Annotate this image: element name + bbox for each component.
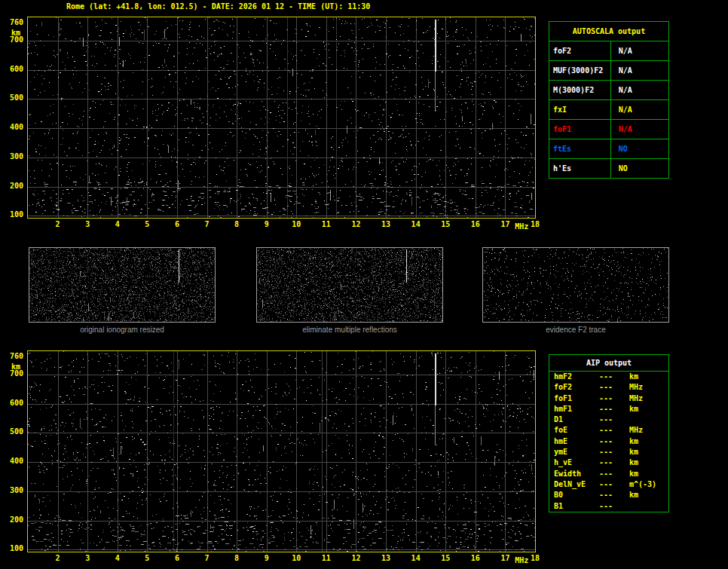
autoscala-table-row: foF2 N/A	[549, 41, 669, 61]
x-tick-label: 11	[322, 554, 331, 562]
aip-param-unit: km	[629, 404, 668, 415]
thumbnail-original-ionogram	[29, 247, 216, 323]
x-tick-label: 13	[381, 554, 390, 562]
aip-param-name: hmF2	[554, 372, 599, 382]
aip-param-unit	[629, 501, 668, 512]
x-axis-unit-label: MHz	[515, 556, 528, 564]
aip-param-unit: km	[629, 447, 668, 457]
aip-param-value: ---	[599, 415, 629, 425]
x-tick-label: 15	[441, 554, 450, 562]
aip-param-name: foF1	[554, 393, 599, 404]
x-tick-label: 16	[471, 220, 480, 228]
x-tick-label: 5	[145, 220, 149, 228]
aip-table-row: ymE --- km	[549, 447, 668, 457]
y-tick-label: 600	[10, 65, 23, 73]
aip-table-row: Ewidth --- km	[549, 469, 668, 479]
aip-param-unit: km	[629, 372, 668, 382]
autoscala-table-body: foF2 N/A MUF(3000)F2 N/A M(3000)F2 N/A f…	[549, 41, 669, 179]
x-tick-label: 6	[175, 554, 179, 562]
ionogram-canvas-bottom	[28, 351, 535, 552]
caption-multiple-reflections: eliminate multiple reflections	[256, 326, 443, 334]
aip-param-unit: MHz	[629, 382, 668, 393]
x-tick-label: 7	[205, 554, 210, 562]
parameter-name: M(3000)F2	[549, 81, 611, 100]
x-tick-label: 18	[531, 554, 540, 562]
x-tick-label: 12	[351, 220, 360, 228]
x-tick-label: 3	[85, 554, 90, 562]
parameter-name: ftEs	[549, 139, 611, 159]
aip-param-value: ---	[599, 490, 629, 500]
y-tick-label: 500	[10, 427, 23, 436]
x-tick-label: 5	[145, 554, 149, 562]
aip-table-row: D1 ---	[549, 415, 668, 425]
parameter-value: N/A	[610, 61, 668, 81]
x-axis-bottom: 23456789101112131415161718MHz	[0, 554, 728, 566]
y-tick-label: 200	[10, 515, 23, 524]
autoscala-table-row: ftEs NO	[549, 139, 669, 159]
aip-table-row: h_vE --- km	[549, 457, 668, 468]
x-tick-label: 14	[411, 220, 421, 228]
aip-param-name: D1	[554, 415, 599, 425]
y-tick-label: 500	[10, 93, 23, 102]
y-axis-top: 760700600500400300200100km	[0, 17, 26, 219]
x-tick-label: 14	[411, 554, 421, 562]
autoscala-table-row: MUF(3000)F2 N/A	[549, 61, 669, 81]
aip-table-row: foF2 --- MHz	[549, 382, 668, 393]
y-tick-label: 400	[10, 457, 23, 465]
aip-table-row: foF1 --- MHz	[549, 393, 668, 404]
parameter-name: h'Es	[549, 159, 611, 179]
thumbnail-reflections-canvas	[257, 248, 442, 322]
aip-param-name: hmF1	[554, 404, 599, 415]
autoscala-table-row: M(3000)F2 N/A	[549, 81, 669, 100]
aip-param-name: B1	[554, 501, 599, 512]
aip-param-unit: MHz	[629, 425, 668, 436]
aip-table-row: B0 --- km	[549, 490, 668, 500]
x-tick-label: 6	[175, 220, 179, 228]
aip-table-row: hmF2 --- km	[549, 372, 668, 382]
aip-param-value: ---	[599, 436, 629, 447]
x-tick-label: 13	[381, 220, 390, 228]
parameter-name: fxI	[549, 100, 611, 120]
parameter-value: NO	[610, 139, 668, 159]
y-tick-label: 760	[10, 18, 23, 26]
aip-param-value: ---	[599, 469, 629, 479]
aip-param-value: ---	[599, 425, 629, 436]
x-tick-label: 9	[265, 554, 269, 562]
ionogram-plot-top	[27, 17, 536, 219]
aip-param-value: ---	[599, 404, 629, 415]
x-tick-label: 9	[265, 220, 269, 228]
x-tick-label: 8	[234, 554, 239, 562]
thumbnail-f2-trace	[482, 247, 669, 323]
aip-param-value: ---	[599, 447, 629, 457]
y-axis-bottom: 760700600500400300200100km	[0, 350, 26, 552]
aip-output-table: AIP output hmF2 --- km foF2 --- MHz foF1…	[549, 354, 669, 512]
aip-param-unit: km	[629, 436, 668, 447]
x-axis-top: 23456789101112131415161718MHz	[0, 220, 728, 232]
caption-original-ionogram: original ionogram resized	[29, 326, 216, 334]
window-title: Rome (lat: +41.8, lon: 012.5) - DATE: 20…	[66, 2, 370, 11]
ionogram-plot-bottom	[27, 350, 536, 552]
x-axis-unit-label: MHz	[515, 222, 528, 231]
autoscala-table-row: h'Es NO	[549, 159, 669, 179]
x-tick-label: 7	[205, 220, 210, 228]
x-tick-label: 11	[322, 220, 331, 228]
parameter-value: NO	[610, 159, 668, 179]
x-tick-label: 4	[115, 220, 120, 228]
ionogram-canvas-top	[28, 17, 535, 218]
aip-param-unit: MHz	[629, 393, 668, 404]
parameter-name: MUF(3000)F2	[549, 61, 611, 81]
autoscala-output-table: AUTOSCALA output foF2 N/A MUF(3000)F2 N/…	[549, 21, 669, 179]
aip-param-unit: m^(-3)	[629, 479, 668, 490]
aip-param-value: ---	[599, 479, 629, 490]
aip-param-name: hmE	[554, 436, 599, 447]
caption-f2-trace: evidence F2 trace	[482, 326, 669, 334]
x-tick-label: 15	[441, 220, 450, 228]
x-tick-label: 10	[292, 554, 301, 562]
parameter-name: foF2	[549, 41, 611, 61]
thumbnail-original-canvas	[29, 248, 215, 322]
aip-param-unit	[629, 415, 668, 425]
autoscala-table-row: fxI N/A	[549, 100, 669, 120]
aip-param-unit: km	[629, 490, 668, 500]
autoscala-table-row: foF1 N/A	[549, 120, 669, 139]
aip-table-row: hmF1 --- km	[549, 404, 668, 415]
